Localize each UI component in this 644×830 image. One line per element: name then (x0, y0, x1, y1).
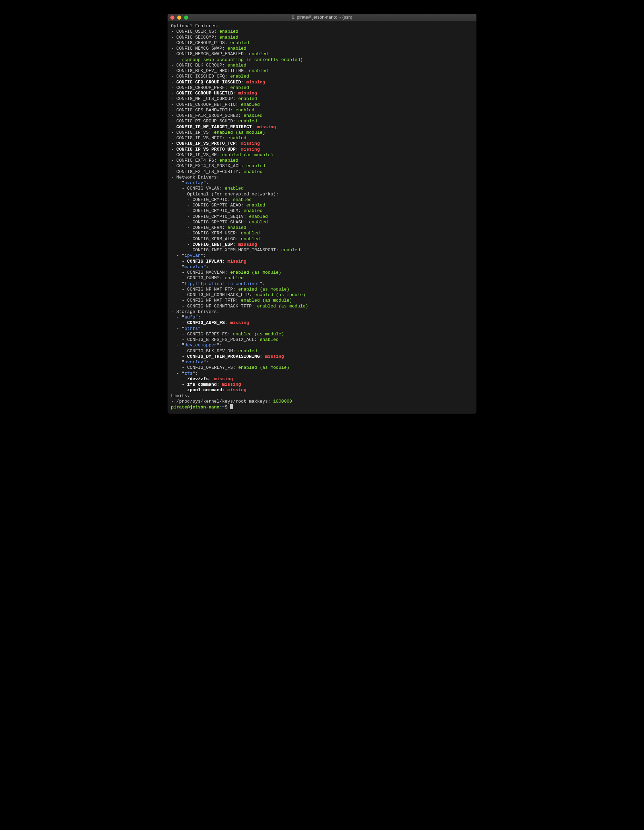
terminal-line: - zfs command: missing (171, 382, 473, 387)
terminal-line: - CONFIG_EXT4_FS_SECURITY: enabled (171, 169, 473, 175)
terminal-line: - CONFIG_BTRFS_FS_POSIX_ACL: enabled (171, 337, 473, 343)
terminal-line: - "overlay": (171, 180, 473, 186)
terminal-line: - "ftp,tftp client in container": (171, 281, 473, 287)
terminal-line: - CONFIG_NF_CONNTRACK_TFTP: enabled (as … (171, 304, 473, 309)
traffic-lights (170, 16, 188, 20)
terminal-line: Optional Features: (171, 24, 473, 29)
terminal-line: - CONFIG_CGROUP_PIDS: enabled (171, 40, 473, 46)
terminal-line: - CONFIG_CRYPTO: enabled (171, 197, 473, 203)
terminal-line: - /dev/zfs: missing (171, 376, 473, 382)
terminal-line: - CONFIG_NET_CLS_CGROUP: enabled (171, 96, 473, 102)
terminal-line: - CONFIG_IP_VS_NFCT: enabled (171, 135, 473, 141)
prompt-path: ~ (222, 405, 225, 410)
terminal-line: - CONFIG_CFS_BANDWIDTH: enabled (171, 108, 473, 113)
terminal-line: - CONFIG_BLK_DEV_DM: enabled (171, 348, 473, 354)
terminal-line: - CONFIG_VXLAN: enabled (171, 186, 473, 191)
terminal-line: - CONFIG_OVERLAY_FS: enabled (as module) (171, 365, 473, 371)
terminal-line: - "ipvlan": (171, 253, 473, 258)
terminal-line: - CONFIG_CRYPTO_GCM: enabled (171, 208, 473, 214)
terminal-line: - CONFIG_IP_NF_TARGET_REDIRECT: missing (171, 124, 473, 130)
terminal-line: Optional (for encrypted networks): (171, 192, 473, 197)
terminal-line: - CONFIG_IOSCHED_CFQ: enabled (171, 74, 473, 79)
terminal-line: - CONFIG_SECCOMP: enabled (171, 35, 473, 40)
terminal-line: pirate@jetson-nano:~$ (171, 404, 473, 410)
terminal-line: - CONFIG_DM_THIN_PROVISIONING: missing (171, 354, 473, 360)
terminal-line: - CONFIG_CRYPTO_GHASH: enabled (171, 220, 473, 225)
window-title: 6. pirate@jetson-nano: ~ (ssh) (168, 14, 476, 20)
terminal-line: - CONFIG_NF_CONNTRACK_FTP: enabled (as m… (171, 292, 473, 298)
terminal-line: - CONFIG_FAIR_GROUP_SCHED: enabled (171, 113, 473, 119)
terminal-line: - CONFIG_NF_NAT_FTP: enabled (as module) (171, 287, 473, 292)
terminal-line: - CONFIG_MACVLAN: enabled (as module) (171, 270, 473, 276)
terminal-line: - CONFIG_INET_ESP: missing (171, 242, 473, 247)
terminal-line: - "zfs": (171, 371, 473, 376)
close-icon[interactable] (170, 16, 174, 20)
terminal-line: - CONFIG_CFQ_GROUP_IOSCHED: missing (171, 80, 473, 85)
terminal-line: - CONFIG_XFRM_ALGO: enabled (171, 236, 473, 242)
terminal-line: - CONFIG_MEMCG_SWAP_ENABLED: enabled (171, 51, 473, 57)
terminal-line: - CONFIG_CGROUP_NET_PRIO: enabled (171, 102, 473, 108)
terminal-body[interactable]: Optional Features:- CONFIG_USER_NS: enab… (168, 21, 476, 413)
terminal-line: - "devicemapper": (171, 343, 473, 348)
terminal-line: (cgroup swap accounting is currently ena… (171, 57, 473, 63)
terminal-line: - CONFIG_CGROUP_HUGETLB: missing (171, 91, 473, 96)
terminal-line: - CONFIG_IP_VS_PROTO_TCP: missing (171, 141, 473, 146)
terminal-line: - CONFIG_USER_NS: enabled (171, 29, 473, 35)
terminal-line: - CONFIG_NF_NAT_TFTP: enabled (as module… (171, 298, 473, 303)
zoom-icon[interactable] (184, 16, 188, 20)
prompt-user: pirate@jetson-nano (171, 405, 219, 410)
terminal-line: - CONFIG_CRYPTO_AEAD: enabled (171, 203, 473, 208)
terminal-line: - CONFIG_BLK_CGROUP: enabled (171, 63, 473, 68)
terminal-line: - CONFIG_CGROUP_PERF: enabled (171, 85, 473, 91)
terminal-line: - CONFIG_IPVLAN: missing (171, 259, 473, 265)
terminal-line: - CONFIG_EXT4_FS: enabled (171, 158, 473, 163)
terminal-line: - CONFIG_IP_VS: enabled (as module) (171, 130, 473, 135)
terminal-line: - zpool command: missing (171, 387, 473, 393)
terminal-line: - "aufs": (171, 315, 473, 320)
terminal-line: - CONFIG_IP_VS_RR: enabled (as module) (171, 152, 473, 158)
terminal-line: - CONFIG_IP_VS_PROTO_UDP: missing (171, 147, 473, 152)
terminal-line: - CONFIG_EXT4_FS_POSIX_ACL: enabled (171, 163, 473, 169)
terminal-line: Limits: (171, 393, 473, 399)
terminal-line: - Storage Drivers: (171, 309, 473, 315)
terminal-line: - /proc/sys/kernel/keys/root_maxkeys: 10… (171, 399, 473, 404)
terminal-line: - CONFIG_BTRFS_FS: enabled (as module) (171, 332, 473, 337)
terminal-line: - CONFIG_BLK_DEV_THROTTLING: enabled (171, 68, 473, 74)
terminal-line: - CONFIG_AUFS_FS: missing (171, 320, 473, 326)
terminal-window: 6. pirate@jetson-nano: ~ (ssh) Optional … (168, 14, 476, 413)
terminal-line: - "macvlan": (171, 265, 473, 270)
terminal-line: - CONFIG_INET_XFRM_MODE_TRANSPORT: enabl… (171, 247, 473, 253)
terminal-line: - CONFIG_XFRM: enabled (171, 225, 473, 231)
cursor-icon (230, 404, 233, 409)
terminal-line: - CONFIG_MEMCG_SWAP: enabled (171, 46, 473, 51)
terminal-line: - CONFIG_DUMMY: enabled (171, 276, 473, 281)
terminal-line: - "overlay": (171, 360, 473, 365)
terminal-line: - "btrfs": (171, 326, 473, 332)
titlebar[interactable]: 6. pirate@jetson-nano: ~ (ssh) (168, 14, 476, 21)
terminal-line: - CONFIG_CRYPTO_SEQIV: enabled (171, 214, 473, 220)
minimize-icon[interactable] (177, 16, 181, 20)
terminal-line: - CONFIG_RT_GROUP_SCHED: enabled (171, 119, 473, 124)
terminal-line: - CONFIG_XFRM_USER: enabled (171, 231, 473, 236)
terminal-line: - Network Drivers: (171, 175, 473, 180)
